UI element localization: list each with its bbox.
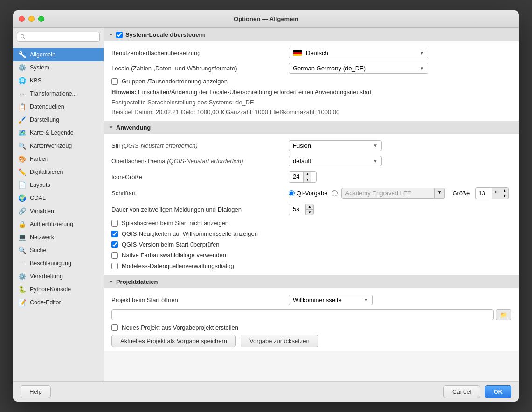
label-news: QGIS-Neuigkeiten auf Willkommensseite an… [122,230,258,237]
sidebar-item-code-editor[interactable]: 📝Code-Editor [13,296,104,309]
row-news: QGIS-Neuigkeiten auf Willkommensseite an… [111,228,511,239]
section-title-system-locale: System-Locale übersteuern [125,31,205,38]
dropdown-stil[interactable]: Fusion ▼ [289,140,382,151]
sidebar-icon-layouts: 📄 [18,181,26,189]
section-checkbox-system-locale[interactable] [116,32,123,38]
sidebar-item-netzwerk[interactable]: 💻Netzwerk [13,231,104,244]
section-arrow-anwendung[interactable]: ▼ [109,125,113,130]
sidebar-item-karte-legende[interactable]: 🗺️Karte & Legende [13,126,104,139]
checkbox-news[interactable] [111,231,118,237]
font-size-spinner: ▲ ▼ [501,187,509,199]
sidebar-item-darstellung[interactable]: 🖌️Darstellung [13,113,104,126]
row-modeless: Modeless-Datenquellenverwaltungsdialog [111,261,511,271]
font-size-up-btn[interactable]: ▲ [501,188,508,193]
sidebar-label-beschleunigung: Beschleunigung [30,260,71,267]
sidebar-item-transformationen[interactable]: ↔️Transformatione... [13,87,104,100]
sidebar-item-farben[interactable]: 🎨Farben [13,152,104,165]
label-new-from-default: Neues Projekt aus Vorgabeprojekt erstell… [122,324,238,331]
sidebar-item-suche[interactable]: 🔍Suche [13,244,104,257]
sidebar-item-allgemein[interactable]: 🔧Allgemein [13,48,104,61]
sidebar-icon-code-editor: 📝 [18,298,26,307]
dropdown-theme-value: default [293,158,311,165]
sidebar-item-beschleunigung[interactable]: —Beschleunigung [13,257,104,270]
dropdown-theme[interactable]: default ▼ [289,156,382,166]
search-input[interactable] [17,32,100,42]
control-font: Qt-Vorgabe ▼ Größe [289,187,511,199]
sidebar-item-system[interactable]: ⚙️System [13,61,104,74]
sidebar-icon-netzwerk: 💻 [18,233,26,241]
close-button[interactable] [19,16,25,22]
icon-size-down[interactable]: ▼ [304,177,311,182]
row-icon-size: Icon-Größe 24 ▲ ▼ [111,169,511,185]
radio-custom-input[interactable] [332,190,338,196]
row-project-open: Projekt beim Start öffnen Willkommenssei… [111,292,511,308]
cancel-button[interactable]: Cancel [443,385,480,398]
help-button[interactable]: Help [21,385,51,398]
reset-default-button[interactable]: Vorgabe zurücksetzen [241,335,318,347]
sidebar-label-code-editor: Code-Editor [30,299,61,306]
sidebar-icon-verarbeitung: ⚙️ [18,272,26,281]
sidebar-item-datenquellen[interactable]: 📋Datenquellen [13,100,104,113]
checkbox-modeless[interactable] [111,263,118,269]
control-ui-translation: Deutsch ▼ [289,48,511,58]
radio-qt-input[interactable] [289,190,295,196]
titlebar: Optionen — Allgemein [13,10,519,28]
sidebar-label-kartenwerkzeug: Kartenwerkzeug [30,143,72,149]
checkbox-native-color[interactable] [111,252,118,259]
flag-de-icon [293,50,302,56]
row-ui-translation: Benutzeroberflächen­übersetzung Deutsch … [111,45,511,61]
font-name-input[interactable] [341,188,435,199]
sidebar-label-variablen: Variablen [30,208,54,214]
sidebar-item-gdal[interactable]: 🌍GDAL [13,192,104,205]
sidebar-item-digitalisieren[interactable]: ✏️Digitalisieren [13,165,104,179]
section-arrow-projektdateien[interactable]: ▼ [109,279,113,284]
icon-size-up[interactable]: ▲ [304,172,311,177]
sidebar-item-kbs[interactable]: 🌐KBS [13,74,104,87]
sidebar-icon-gdal: 🌍 [18,194,26,202]
browse-button[interactable]: 📁 [496,309,511,320]
duration-down-btn[interactable]: ▼ [306,210,313,215]
font-size-input[interactable] [475,187,492,199]
ok-button[interactable]: OK [485,385,512,398]
maximize-button[interactable] [38,16,44,22]
project-path-input[interactable] [111,309,494,320]
sidebar-item-verarbeitung[interactable]: ⚙️Verarbeitung [13,270,104,283]
label-version-check: QGIS-Version beim Start überprüfen [122,241,220,248]
dropdown-locale-arrow: ▼ [420,66,424,71]
row-version-check: QGIS-Version beim Start überprüfen [111,239,511,250]
checkbox-version-check[interactable] [111,241,118,248]
sidebar-item-variablen[interactable]: 🔗Variablen [13,205,104,218]
sidebar-icon-allgemein: 🔧 [18,50,26,59]
dropdown-project-open[interactable]: Willkommensseite ▼ [289,295,373,305]
sidebar-icon-farben: 🎨 [18,155,26,163]
sidebar-item-kartenwerkzeug[interactable]: 🔍Kartenwerkzeug [13,139,104,152]
sidebar-item-layouts[interactable]: 📄Layouts [13,179,104,192]
dropdown-stil-arrow: ▼ [373,143,378,148]
icon-size-control: 24 ▲ ▼ [289,171,317,183]
font-dropdown-btn[interactable]: ▼ [435,188,445,199]
sidebar-label-datenquellen: Datenquellen [30,103,64,110]
minimize-button[interactable] [28,16,35,22]
save-default-project-button[interactable]: Aktuelles Projekt als Vorgabe speichern [111,335,236,347]
label-project-open: Projekt beim Start öffnen [111,296,289,303]
hint-locale: Hinweis: Einschalten/Änderung der Locale… [111,87,511,97]
checkbox-splashscreen[interactable] [111,220,118,227]
control-locale: German Germany (de_DE) ▼ [289,63,511,74]
action-buttons: Cancel OK [443,385,511,398]
font-size-down-btn[interactable]: ▼ [501,193,508,199]
section-body-projektdateien: Projekt beim Start öffnen Willkommenssei… [104,288,519,351]
font-size-clear-btn[interactable]: ✕ [492,187,501,199]
radio-custom-font [332,190,338,196]
section-arrow-system-locale[interactable]: ▼ [109,32,113,37]
dropdown-locale[interactable]: German Germany (de_DE) ▼ [289,63,428,74]
sidebar-label-netzwerk: Netzwerk [30,234,54,240]
dropdown-ui-translation[interactable]: Deutsch ▼ [289,48,428,58]
sidebar-item-python-konsole[interactable]: 🐍Python-Konsole [13,283,104,296]
info-system-locale: Festgestellte Spracheinstellung des Syst… [111,97,511,107]
checkbox-new-from-default[interactable] [111,324,118,331]
duration-up-btn[interactable]: ▲ [306,204,313,210]
label-theme: Oberflächen-Thema (QGIS-Neustart erforde… [111,158,289,165]
checkbox-thousands-sep[interactable] [111,78,118,85]
sidebar-item-authentifizierung[interactable]: 🔒Authentifizierung [13,218,104,231]
control-icon-size: 24 ▲ ▼ [289,171,511,183]
